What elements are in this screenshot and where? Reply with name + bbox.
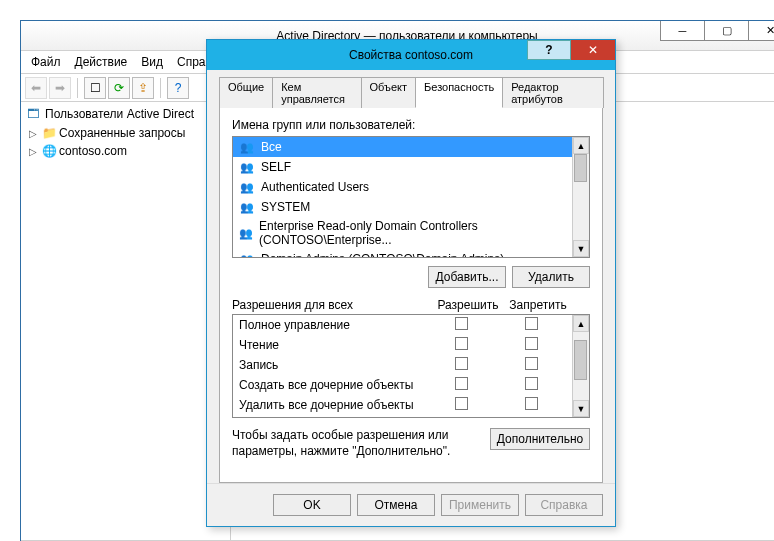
apply-button[interactable]: Применить xyxy=(441,494,519,516)
help-button[interactable]: ? xyxy=(167,77,189,99)
cancel-button[interactable]: Отмена xyxy=(357,494,435,516)
group-icon xyxy=(239,199,255,215)
tree-node-domain[interactable]: ▷ contoso.com xyxy=(23,142,228,160)
advanced-button[interactable]: Дополнительно xyxy=(490,428,590,450)
toolbar-separator-2 xyxy=(160,78,161,98)
allow-checkbox[interactable] xyxy=(455,357,468,370)
group-row[interactable]: SYSTEM xyxy=(233,197,572,217)
dialog-body: Общие Кем управляется Объект Безопасност… xyxy=(207,70,615,483)
ok-button[interactable]: OK xyxy=(273,494,351,516)
maximize-button[interactable] xyxy=(704,21,749,41)
group-icon xyxy=(239,225,253,241)
aduc-icon xyxy=(25,106,41,122)
deny-checkbox[interactable] xyxy=(525,397,538,410)
menu-view[interactable]: Вид xyxy=(135,53,169,71)
tab-object[interactable]: Объект xyxy=(361,77,416,108)
groups-list[interactable]: Все SELF Authenticated Users SYSTEM xyxy=(232,136,590,258)
tab-general[interactable]: Общие xyxy=(219,77,273,108)
menu-file[interactable]: Файл xyxy=(25,53,67,71)
group-row[interactable]: Enterprise Read-only Domain Controllers … xyxy=(233,217,572,249)
expand-icon[interactable]: ▷ xyxy=(27,146,39,157)
group-icon xyxy=(239,179,255,195)
group-icon xyxy=(239,139,255,155)
forward-button[interactable]: ➡ xyxy=(49,77,71,99)
menu-action[interactable]: Действие xyxy=(69,53,134,71)
permission-name: Полное управление xyxy=(239,318,426,332)
dialog-titlebar: Свойства contoso.com ? ✕ xyxy=(207,40,615,70)
deny-checkbox[interactable] xyxy=(525,377,538,390)
group-row[interactable]: Domain Admins (CONTOSO\Domain Admins) xyxy=(233,249,572,257)
permissions-header: Разрешения для всех Разрешить Запретить xyxy=(232,298,590,312)
dialog-button-row: OK Отмена Применить Справка xyxy=(207,483,615,526)
scroll-up-icon[interactable]: ▲ xyxy=(573,137,589,154)
scroll-down-icon[interactable]: ▼ xyxy=(573,400,589,417)
permissions-v-scrollbar[interactable]: ▲ ▼ xyxy=(572,315,589,417)
groups-v-scrollbar[interactable]: ▲ ▼ xyxy=(572,137,589,257)
permission-name: Создать все дочерние объекты xyxy=(239,378,426,392)
perm-header-label: Разрешения для всех xyxy=(232,298,433,312)
permission-name: Запись xyxy=(239,358,426,372)
remove-button[interactable]: Удалить xyxy=(512,266,590,288)
deny-checkbox[interactable] xyxy=(525,337,538,350)
group-row[interactable]: Authenticated Users xyxy=(233,177,572,197)
group-name: Enterprise Read-only Domain Controllers … xyxy=(259,219,566,247)
globe-icon xyxy=(41,143,57,159)
permission-row: Запись xyxy=(233,355,572,375)
perm-header-deny: Запретить xyxy=(503,298,573,312)
tree-root-label: Пользователи Active Direct xyxy=(45,107,194,121)
folder-icon xyxy=(41,125,57,141)
tree-node-label: Сохраненные запросы xyxy=(59,126,185,140)
expand-icon[interactable]: ▷ xyxy=(27,128,39,139)
tab-attribute-editor[interactable]: Редактор атрибутов xyxy=(502,77,604,108)
security-tab-page: Имена групп или пользователей: Все SELF xyxy=(219,108,603,483)
refresh-button[interactable]: ⟳ xyxy=(108,77,130,99)
group-row[interactable]: SELF xyxy=(233,157,572,177)
permission-row: Полное управление xyxy=(233,315,572,335)
allow-checkbox[interactable] xyxy=(455,317,468,330)
groups-label: Имена групп или пользователей: xyxy=(232,118,590,132)
group-name: Domain Admins (CONTOSO\Domain Admins) xyxy=(261,252,504,257)
back-button[interactable]: ⬅ xyxy=(25,77,47,99)
group-icon xyxy=(239,251,255,257)
tree-root[interactable]: Пользователи Active Direct xyxy=(23,104,228,124)
toolbar-separator xyxy=(77,78,78,98)
deny-checkbox[interactable] xyxy=(525,357,538,370)
tree-node-saved-queries[interactable]: ▷ Сохраненные запросы xyxy=(23,124,228,142)
group-row[interactable]: Все xyxy=(233,137,572,157)
tab-managed-by[interactable]: Кем управляется xyxy=(272,77,361,108)
scroll-down-icon[interactable]: ▼ xyxy=(573,240,589,257)
dialog-help-button[interactable]: ? xyxy=(527,40,571,60)
tab-security[interactable]: Безопасность xyxy=(415,77,503,108)
group-name: SYSTEM xyxy=(261,200,310,214)
dialog-close-button[interactable]: ✕ xyxy=(571,40,615,60)
properties-dialog: Свойства contoso.com ? ✕ Общие Кем управ… xyxy=(206,39,616,527)
permission-row: Удалить все дочерние объекты xyxy=(233,395,572,415)
scroll-thumb[interactable] xyxy=(574,340,587,380)
allow-checkbox[interactable] xyxy=(455,397,468,410)
group-name: SELF xyxy=(261,160,291,174)
scroll-thumb[interactable] xyxy=(574,154,587,182)
permissions-list: Полное управление Чтение Запись xyxy=(232,314,590,418)
group-name: Authenticated Users xyxy=(261,180,369,194)
group-name: Все xyxy=(261,140,282,154)
tab-strip: Общие Кем управляется Объект Безопасност… xyxy=(219,76,603,108)
permission-name: Удалить все дочерние объекты xyxy=(239,398,426,412)
main-window: Active Directory — пользователи и компью… xyxy=(20,20,774,541)
advanced-hint: Чтобы задать особые разрешения или парам… xyxy=(232,428,480,459)
deny-checkbox[interactable] xyxy=(525,317,538,330)
group-icon xyxy=(239,159,255,175)
perm-header-allow: Разрешить xyxy=(433,298,503,312)
allow-checkbox[interactable] xyxy=(455,337,468,350)
permission-row: Чтение xyxy=(233,335,572,355)
scroll-up-icon[interactable]: ▲ xyxy=(573,315,589,332)
export-button[interactable]: ⇪ xyxy=(132,77,154,99)
allow-checkbox[interactable] xyxy=(455,377,468,390)
permission-row: Создать все дочерние объекты xyxy=(233,375,572,395)
permission-name: Чтение xyxy=(239,338,426,352)
minimize-button[interactable] xyxy=(660,21,705,41)
show-hide-tree-button[interactable]: ☐ xyxy=(84,77,106,99)
add-button[interactable]: Добавить... xyxy=(428,266,506,288)
tree-node-label: contoso.com xyxy=(59,144,127,158)
help-dialog-button[interactable]: Справка xyxy=(525,494,603,516)
close-button[interactable] xyxy=(748,21,774,41)
